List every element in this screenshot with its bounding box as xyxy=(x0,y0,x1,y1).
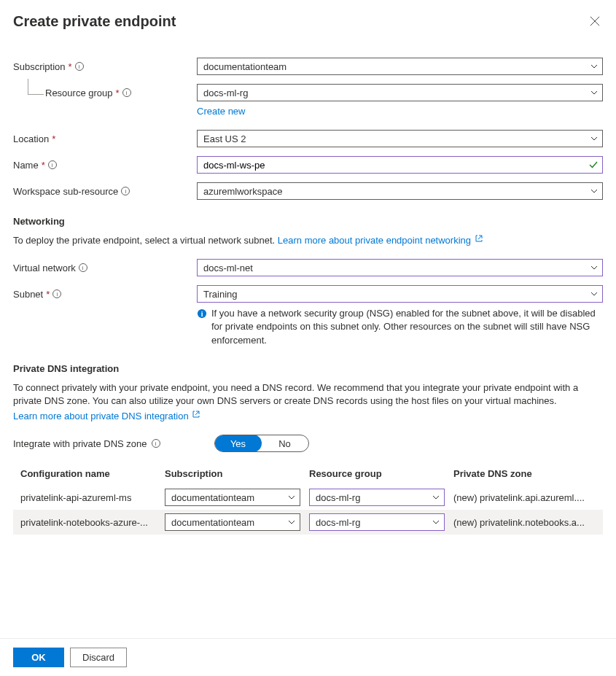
dns-zone-cell: (new) privatelink.notebooks.a... xyxy=(453,517,603,528)
workspace-sub-resource-label: Workspace sub-resource xyxy=(13,186,118,197)
row-resource-group-value: docs-ml-rg xyxy=(316,492,360,503)
networking-learn-more-link[interactable]: Learn more about private endpoint networ… xyxy=(278,235,483,246)
row-resource-group-value: docs-ml-rg xyxy=(316,517,360,528)
page-title: Create private endpoint xyxy=(13,13,176,30)
row-subscription-dropdown[interactable]: documentationteam xyxy=(165,513,300,531)
close-button[interactable] xyxy=(590,16,601,28)
create-new-link[interactable]: Create new xyxy=(197,106,245,117)
table-header-dns-zone: Private DNS zone xyxy=(453,468,603,479)
table-header-subscription: Subscription xyxy=(165,468,309,479)
chevron-down-icon xyxy=(590,292,598,296)
subnet-dropdown[interactable]: Training xyxy=(197,285,603,303)
name-label: Name xyxy=(13,160,39,171)
ok-button[interactable]: OK xyxy=(13,648,64,667)
name-input[interactable] xyxy=(197,156,603,174)
discard-button[interactable]: Discard xyxy=(70,648,127,667)
resource-group-value: docs-ml-rg xyxy=(203,88,248,98)
virtual-network-value: docs-ml-net xyxy=(203,263,253,273)
required-indicator: * xyxy=(69,61,72,72)
external-link-icon xyxy=(192,411,200,418)
chevron-down-icon xyxy=(288,520,295,524)
svg-text:i: i xyxy=(201,310,203,318)
table-row: privatelink-api-azureml-ms documentation… xyxy=(13,485,603,510)
workspace-sub-resource-dropdown[interactable]: azuremlworkspace xyxy=(197,182,603,200)
subscription-dropdown[interactable]: documentationteam xyxy=(197,58,603,75)
required-indicator: * xyxy=(42,160,45,171)
chevron-down-icon xyxy=(432,520,440,524)
subscription-label: Subscription xyxy=(13,61,66,72)
check-icon xyxy=(588,160,599,170)
subnet-label: Subnet xyxy=(13,289,43,300)
virtual-network-dropdown[interactable]: docs-ml-net xyxy=(197,259,603,276)
dns-toggle[interactable]: Yes No xyxy=(214,435,309,452)
subnet-value: Training xyxy=(203,289,237,300)
networking-learn-more-text: Learn more about private endpoint networ… xyxy=(278,235,471,246)
virtual-network-label: Virtual network xyxy=(13,263,76,273)
config-name-cell: privatelink-notebooks-azure-... xyxy=(20,517,165,528)
row-subscription-dropdown[interactable]: documentationteam xyxy=(165,489,300,506)
info-icon[interactable]: i xyxy=(48,160,57,169)
chevron-down-icon xyxy=(590,265,598,270)
nsg-info-text: If you have a network security group (NS… xyxy=(211,307,603,347)
row-subscription-value: documentationteam xyxy=(171,517,254,528)
dns-toggle-label: Integrate with private DNS zone xyxy=(13,438,147,449)
subscription-value: documentationteam xyxy=(203,61,286,72)
required-indicator: * xyxy=(52,133,55,144)
dns-toggle-no[interactable]: No xyxy=(261,435,308,451)
info-icon[interactable]: i xyxy=(52,290,61,298)
table-header-config-name: Configuration name xyxy=(20,468,165,479)
resource-group-dropdown[interactable]: docs-ml-rg xyxy=(197,84,603,101)
resource-group-label: Resource group xyxy=(45,88,113,98)
close-icon xyxy=(590,16,600,26)
row-resource-group-dropdown[interactable]: docs-ml-rg xyxy=(309,513,445,531)
info-icon[interactable]: i xyxy=(122,88,131,97)
chevron-down-icon xyxy=(288,495,295,500)
networking-heading: Networking xyxy=(13,216,603,227)
location-value: East US 2 xyxy=(203,133,246,144)
dns-toggle-yes[interactable]: Yes xyxy=(214,435,262,452)
required-indicator: * xyxy=(116,88,120,98)
chevron-down-icon xyxy=(590,64,598,69)
row-subscription-value: documentationteam xyxy=(171,492,254,503)
chevron-down-icon xyxy=(590,189,598,193)
info-icon[interactable]: i xyxy=(79,263,87,272)
info-circle-icon: i xyxy=(197,308,207,319)
chevron-down-icon xyxy=(590,136,598,141)
dns-config-table: Configuration name Subscription Resource… xyxy=(13,464,603,535)
workspace-sub-resource-value: azuremlworkspace xyxy=(203,186,282,197)
info-icon[interactable]: i xyxy=(121,187,130,195)
table-header-resource-group: Resource group xyxy=(309,468,453,479)
networking-description: To deploy the private endpoint, select a… xyxy=(13,235,275,246)
config-name-cell: privatelink-api-azureml-ms xyxy=(20,492,165,503)
info-icon[interactable]: i xyxy=(75,62,84,71)
dns-learn-more-link[interactable]: Learn more about private DNS integration xyxy=(13,411,200,421)
chevron-down-icon xyxy=(590,90,598,95)
dns-description: To connect privately with your private e… xyxy=(13,382,578,406)
external-link-icon xyxy=(475,235,483,242)
required-indicator: * xyxy=(46,289,50,300)
table-row: privatelink-notebooks-azure-... document… xyxy=(13,510,603,535)
location-dropdown[interactable]: East US 2 xyxy=(197,130,603,147)
info-icon[interactable]: i xyxy=(152,439,160,448)
chevron-down-icon xyxy=(432,495,440,500)
row-resource-group-dropdown[interactable]: docs-ml-rg xyxy=(309,489,445,506)
dns-zone-cell: (new) privatelink.api.azureml.... xyxy=(453,492,603,503)
dns-learn-more-text: Learn more about private DNS integration xyxy=(13,411,189,421)
dns-heading: Private DNS integration xyxy=(13,363,603,374)
location-label: Location xyxy=(13,133,49,144)
